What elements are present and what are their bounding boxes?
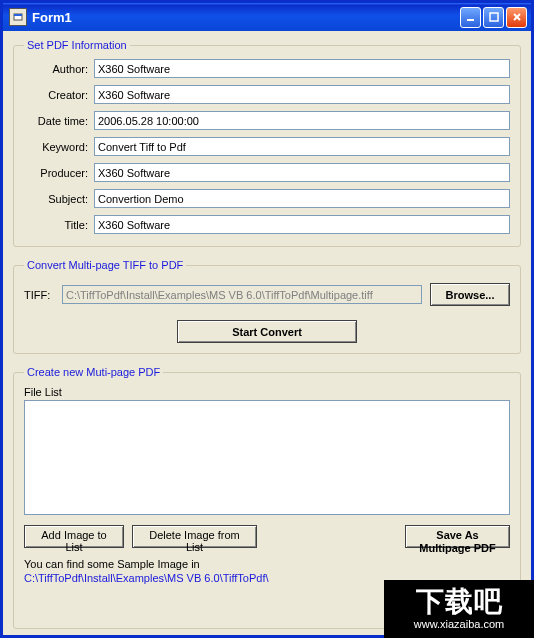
pdf-info-group: Set PDF Information Author: Creator: Dat… (13, 39, 521, 247)
file-list-label: File List (24, 386, 510, 398)
app-icon (9, 8, 27, 26)
close-button[interactable] (506, 7, 527, 28)
title-label: Title: (24, 219, 94, 231)
convert-legend: Convert Multi-page TIFF to PDF (24, 259, 186, 271)
start-convert-button[interactable]: Start Convert (177, 320, 357, 343)
creator-label: Creator: (24, 89, 94, 101)
browse-button[interactable]: Browse... (430, 283, 510, 306)
author-input[interactable] (94, 59, 510, 78)
convert-group: Convert Multi-page TIFF to PDF TIFF: Bro… (13, 259, 521, 354)
sample-image-text: You can find some Sample Image in (24, 558, 510, 570)
client-area: Set PDF Information Author: Creator: Dat… (3, 31, 531, 635)
title-input[interactable] (94, 215, 510, 234)
minimize-button[interactable] (460, 7, 481, 28)
keyword-input[interactable] (94, 137, 510, 156)
titlebar: Form1 (3, 3, 531, 31)
create-legend: Create new Muti-page PDF (24, 366, 163, 378)
maximize-button[interactable] (483, 7, 504, 28)
add-image-button[interactable]: Add Image to List (24, 525, 124, 548)
tiff-path-input (62, 285, 422, 304)
svg-rect-2 (467, 19, 474, 21)
save-as-pdf-button[interactable]: Save As Multipage PDF (405, 525, 510, 548)
window: Form1 Set PDF Information Author: Creato… (0, 0, 534, 638)
datetime-input[interactable] (94, 111, 510, 130)
svg-rect-3 (490, 13, 498, 21)
producer-label: Producer: (24, 167, 94, 179)
subject-label: Subject: (24, 193, 94, 205)
datetime-label: Date time: (24, 115, 94, 127)
creator-input[interactable] (94, 85, 510, 104)
pdf-info-legend: Set PDF Information (24, 39, 130, 51)
delete-image-button[interactable]: Delete Image from List (132, 525, 257, 548)
create-group: Create new Muti-page PDF File List Add I… (13, 366, 521, 629)
sample-image-path: C:\TiffToPdf\Install\Examples\MS VB 6.0\… (24, 572, 510, 584)
tiff-label: TIFF: (24, 289, 54, 301)
keyword-label: Keyword: (24, 141, 94, 153)
author-label: Author: (24, 63, 94, 75)
subject-input[interactable] (94, 189, 510, 208)
file-list[interactable] (24, 400, 510, 515)
window-controls (460, 7, 527, 28)
svg-rect-1 (14, 14, 22, 16)
window-title: Form1 (32, 10, 460, 25)
producer-input[interactable] (94, 163, 510, 182)
